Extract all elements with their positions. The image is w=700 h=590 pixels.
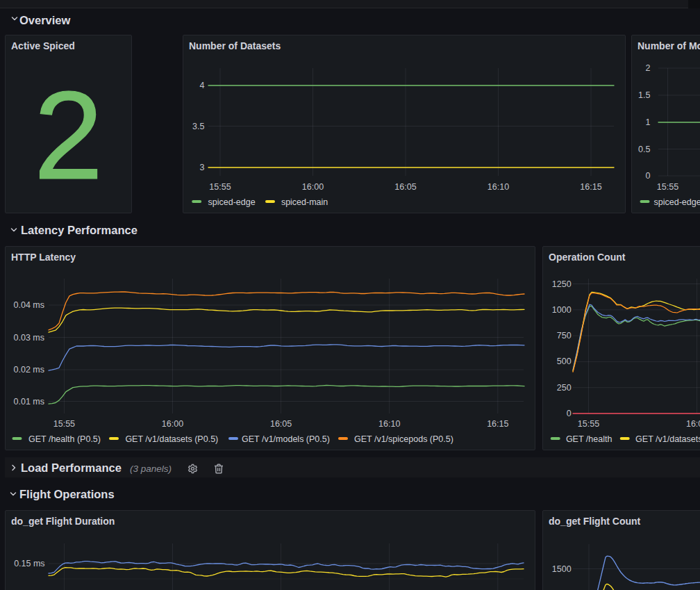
svg-text:0: 0 [646,171,651,181]
svg-text:16:05: 16:05 [394,182,416,192]
svg-text:0.02 ms: 0.02 ms [14,365,44,375]
svg-text:1500: 1500 [552,564,572,574]
svg-text:1: 1 [646,117,651,127]
svg-text:0.01 ms: 0.01 ms [14,397,44,407]
svg-text:4: 4 [200,81,205,90]
svg-text:0.04 ms: 0.04 ms [14,300,44,310]
svg-text:1250: 1250 [552,279,572,289]
svg-text:750: 750 [557,331,572,341]
svg-text:spiced-main: spiced-main [281,197,328,207]
svg-text:GET /v1/datasets: GET /v1/datasets [635,434,700,444]
svg-text:16:10: 16:10 [378,419,400,429]
svg-text:GET /v1/spicepods (P0.5): GET /v1/spicepods (P0.5) [354,434,453,444]
svg-text:0: 0 [567,409,572,418]
svg-text:GET /v1/datasets (P0.5): GET /v1/datasets (P0.5) [125,434,218,444]
svg-text:0.5: 0.5 [638,145,650,154]
svg-text:3: 3 [200,163,205,172]
svg-text:15:55: 15:55 [53,419,75,429]
svg-text:GET /v1/models (P0.5): GET /v1/models (P0.5) [242,434,330,444]
svg-text:16:05: 16:05 [270,419,292,429]
svg-text:16:15: 16:15 [487,419,508,429]
svg-text:500: 500 [557,357,572,366]
svg-text:spiced-edge: spiced-edge [208,197,256,207]
svg-text:0.15 ms: 0.15 ms [14,559,44,568]
svg-text:16:10: 16:10 [488,182,509,192]
svg-text:1.5: 1.5 [638,90,650,100]
svg-text:0.03 ms: 0.03 ms [14,333,44,343]
svg-text:spiced-edge: spiced-edge [654,197,700,207]
svg-text:16:00: 16:00 [162,419,183,429]
svg-text:2: 2 [646,63,651,73]
svg-text:16:15: 16:15 [580,182,601,192]
svg-text:3.5: 3.5 [192,122,204,131]
svg-text:GET /health (P0.5): GET /health (P0.5) [28,434,101,444]
svg-text:250: 250 [557,383,572,393]
svg-text:15:55: 15:55 [657,182,678,192]
svg-text:16:00: 16:00 [686,419,700,429]
svg-text:GET /health: GET /health [566,434,612,444]
svg-text:1000: 1000 [552,305,572,315]
svg-text:15:55: 15:55 [578,419,599,429]
svg-text:16:00: 16:00 [302,182,324,192]
svg-text:15:55: 15:55 [209,182,231,192]
